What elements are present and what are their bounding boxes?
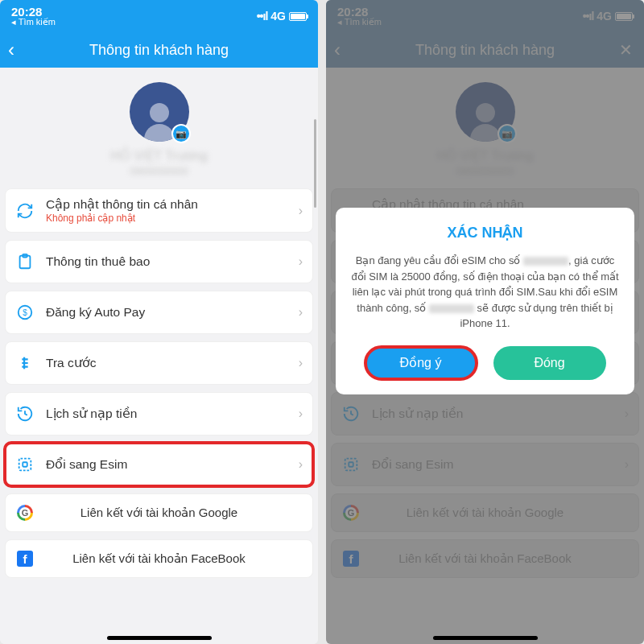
profile-name: HỒ VIỆT Trương — [0, 148, 318, 163]
row-label: Đăng ký Auto Pay — [46, 305, 299, 320]
google-icon — [15, 503, 35, 522]
row-label: Đổi sang Esim — [46, 457, 299, 472]
row-label: Liên kết với tài khoản FaceBook — [15, 551, 303, 566]
agree-button[interactable]: Đồng ý — [365, 346, 477, 380]
row-sub-info[interactable]: Thông tin thuê bao › — [5, 240, 313, 283]
row-label: Lịch sử nạp tiền — [46, 407, 299, 421]
history-icon — [15, 404, 35, 423]
menu-list: Cập nhật thông tin cá nhân Không phải cậ… — [0, 188, 318, 578]
status-bar: 20:28 ◂ Tìm kiếm ••ıl 4G — [0, 0, 318, 32]
home-indicator[interactable] — [433, 636, 538, 640]
home-indicator[interactable] — [107, 636, 212, 640]
redacted-phone — [523, 257, 568, 266]
row-autopay[interactable]: $ Đăng ký Auto Pay › — [5, 291, 313, 334]
row-update-info[interactable]: Cập nhật thông tin cá nhân Không phải cậ… — [5, 188, 313, 233]
row-label: Tra cước — [46, 356, 299, 370]
svg-text:$: $ — [23, 308, 27, 317]
autopay-icon: $ — [15, 303, 35, 322]
profile-section: 📷 HỒ VIỆT Trương 0900000000 — [0, 68, 318, 188]
chevron-right-icon: › — [299, 254, 303, 269]
row-label: Thông tin thuê bao — [46, 254, 299, 269]
chevron-right-icon: › — [299, 204, 303, 218]
battery-icon — [289, 12, 307, 21]
scroll-indicator[interactable] — [314, 119, 316, 208]
facebook-icon: f — [15, 549, 35, 568]
row-label: Liên kết với tài khoản Google — [15, 506, 303, 520]
row-sublabel: Không phải cập nhật — [46, 213, 299, 224]
back-icon[interactable]: ‹ — [8, 39, 14, 61]
camera-icon[interactable]: 📷 — [173, 126, 189, 142]
row-label: Cập nhật thông tin cá nhân — [46, 197, 299, 212]
row-topup-history[interactable]: Lịch sử nạp tiền › — [5, 392, 313, 436]
svg-rect-5 — [23, 462, 27, 467]
signal-icon: ••ıl — [257, 10, 268, 23]
page-title: Thông tin khách hàng — [89, 42, 229, 59]
modal-title: XÁC NHẬN — [349, 224, 621, 242]
money-icon — [15, 353, 35, 373]
row-charges[interactable]: Tra cước › — [5, 341, 313, 385]
sim-icon — [15, 455, 35, 474]
nav-bar: ‹ Thông tin khách hàng — [0, 32, 318, 68]
confirm-modal: XÁC NHẬN Bạn đang yêu cầu đổi eSIM cho s… — [336, 208, 634, 394]
redacted-phone — [429, 304, 474, 313]
refresh-icon — [15, 201, 35, 221]
phone-screen-left: 20:28 ◂ Tìm kiếm ••ıl 4G ‹ Thông tin khá… — [0, 0, 318, 644]
chevron-right-icon: › — [299, 457, 303, 472]
row-link-facebook[interactable]: f Liên kết với tài khoản FaceBook — [5, 539, 313, 578]
chevron-right-icon: › — [299, 407, 303, 421]
row-link-google[interactable]: Liên kết với tài khoản Google — [5, 493, 313, 532]
profile-phone: 0900000000 — [0, 165, 318, 177]
close-button[interactable]: Đóng — [493, 346, 606, 380]
status-search-hint[interactable]: ◂ Tìm kiếm — [11, 17, 56, 27]
chevron-right-icon: › — [299, 356, 303, 370]
chevron-right-icon: › — [299, 305, 303, 320]
svg-rect-4 — [19, 459, 31, 471]
network-label: 4G — [270, 10, 286, 23]
clipboard-icon — [15, 252, 35, 271]
phone-screen-right: 20:28 ◂ Tìm kiếm ••ıl 4G ‹ Thông tin khá… — [326, 0, 644, 644]
content-area: 📷 HỒ VIỆT Trương 0900000000 Cập nhật thô… — [0, 68, 318, 644]
row-esim[interactable]: Đổi sang Esim › — [5, 443, 313, 486]
modal-message: Bạn đang yêu cầu đổi eSIM cho số , giá c… — [349, 253, 621, 332]
